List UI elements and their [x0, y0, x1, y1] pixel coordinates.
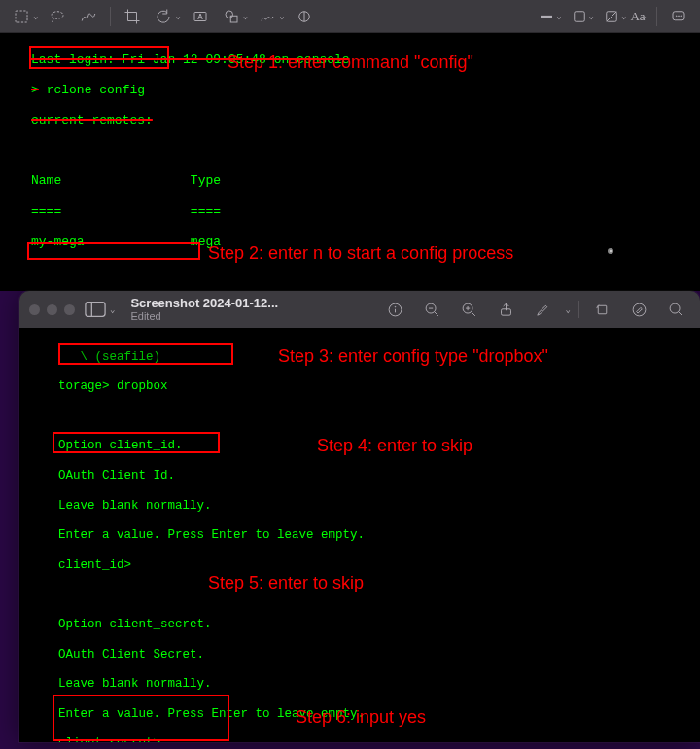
term1-rclone-command: > rclone config: [31, 83, 682, 98]
t2-clientsecret-prompt: client_secret>: [58, 736, 688, 742]
traffic-lights[interactable]: [29, 304, 75, 315]
svg-rect-0: [16, 11, 27, 22]
term1-last-login: Last login: Fri Jan 12 09:05:48 on conso…: [31, 53, 682, 68]
term1-header: Name Type: [31, 173, 682, 189]
chevron-down-icon[interactable]: ⌄: [589, 11, 594, 21]
t2-a2: OAuth Client Id.: [58, 469, 688, 483]
toolbar-separator: [656, 7, 657, 26]
chevron-down-icon[interactable]: ⌄: [566, 304, 571, 315]
svg-point-13: [681, 15, 682, 16]
terminal-window-2[interactable]: \ (seafile) torage> dropbox Option clien…: [19, 328, 700, 742]
share-icon[interactable]: [492, 297, 521, 322]
crop-icon[interactable]: [119, 5, 146, 28]
svg-line-23: [472, 311, 475, 315]
scribble-icon[interactable]: [75, 5, 102, 28]
svg-point-1: [52, 11, 63, 18]
window-title: Screenshot 2024-01-12...: [130, 297, 278, 310]
toolbar-separator: [578, 301, 579, 318]
rect-select-icon[interactable]: [8, 5, 35, 28]
svg-point-11: [676, 15, 677, 16]
chevron-down-icon[interactable]: ⌄: [642, 11, 647, 21]
shapes-icon[interactable]: [218, 5, 245, 28]
lasso-icon[interactable]: [44, 5, 71, 28]
search-icon[interactable]: [661, 297, 690, 322]
t2-a3: Leave blank normally.: [58, 499, 688, 514]
text-icon[interactable]: [187, 5, 214, 28]
editor-toolbar: ⌄ ⌄ ⌄ ⌄ ⌄ ⌄ ⌄ Aa ⌄: [0, 0, 700, 33]
svg-rect-14: [86, 303, 105, 317]
zoom-in-icon[interactable]: [455, 297, 484, 322]
minimize-icon[interactable]: [47, 304, 57, 315]
preview-titlebar[interactable]: ⌄ Screenshot 2024-01-12... Edited ⌄: [19, 291, 700, 328]
annotation-handle-icon: [608, 248, 613, 254]
chevron-down-icon[interactable]: ⌄: [621, 11, 626, 21]
highlight-icon[interactable]: [529, 297, 558, 322]
t2-storage-prompt: torage> dropbox: [58, 379, 688, 394]
zoom-icon[interactable]: [64, 304, 75, 315]
t2-a4: Enter a value. Press Enter to leave empt…: [58, 528, 688, 543]
markup-icon[interactable]: [624, 297, 653, 322]
t2-b4: Enter a value. Press Enter to leave empt…: [58, 707, 688, 722]
rotate-icon[interactable]: [587, 297, 616, 322]
t2-seafile: \ (seafile): [58, 350, 688, 365]
t2-clientid-prompt: client_id>: [58, 558, 688, 573]
svg-point-12: [679, 15, 680, 16]
svg-point-3: [226, 11, 233, 18]
svg-rect-7: [574, 11, 584, 21]
description-icon[interactable]: [665, 5, 692, 28]
svg-rect-27: [598, 305, 607, 314]
svg-line-20: [435, 311, 438, 315]
chevron-down-icon[interactable]: ⌄: [175, 11, 180, 21]
svg-line-9: [607, 11, 617, 21]
adjust-color-icon[interactable]: [291, 5, 318, 28]
t2-b1: Option client_secret.: [58, 618, 688, 632]
svg-point-18: [395, 306, 396, 307]
t2-a1: Option client_id.: [58, 439, 688, 453]
term1-row: my-mega mega: [31, 234, 682, 250]
sidebar-toggle-button[interactable]: ⌄: [85, 301, 115, 318]
t2-b3: Leave blank normally.: [58, 677, 688, 692]
info-icon[interactable]: [381, 297, 410, 322]
zoom-out-icon[interactable]: [418, 297, 447, 322]
rotate-icon[interactable]: [150, 5, 177, 28]
chevron-down-icon[interactable]: ⌄: [243, 11, 248, 21]
preview-toolbar: ⌄: [381, 297, 690, 322]
toolbar-separator: [110, 7, 111, 26]
chevron-down-icon[interactable]: ⌄: [556, 11, 561, 21]
t2-b2: OAuth Client Secret.: [58, 648, 688, 662]
sign-icon[interactable]: [254, 5, 281, 28]
chevron-down-icon: ⌄: [110, 304, 115, 315]
terminal-window-1[interactable]: Last login: Fri Jan 12 09:05:48 on conso…: [0, 33, 700, 291]
svg-point-28: [633, 303, 646, 316]
preview-window: ⌄ Screenshot 2024-01-12... Edited ⌄ \ (s…: [19, 291, 700, 742]
chevron-down-icon[interactable]: ⌄: [33, 11, 38, 21]
window-title-wrap: Screenshot 2024-01-12... Edited: [130, 297, 278, 322]
term1-header-underline: ==== ====: [31, 204, 682, 220]
svg-point-29: [670, 303, 680, 313]
window-subtitle: Edited: [130, 310, 278, 322]
chevron-down-icon[interactable]: ⌄: [279, 11, 284, 21]
svg-line-30: [678, 311, 682, 315]
close-icon[interactable]: [29, 304, 40, 315]
term1-current-remotes: current remotes:: [31, 113, 682, 128]
